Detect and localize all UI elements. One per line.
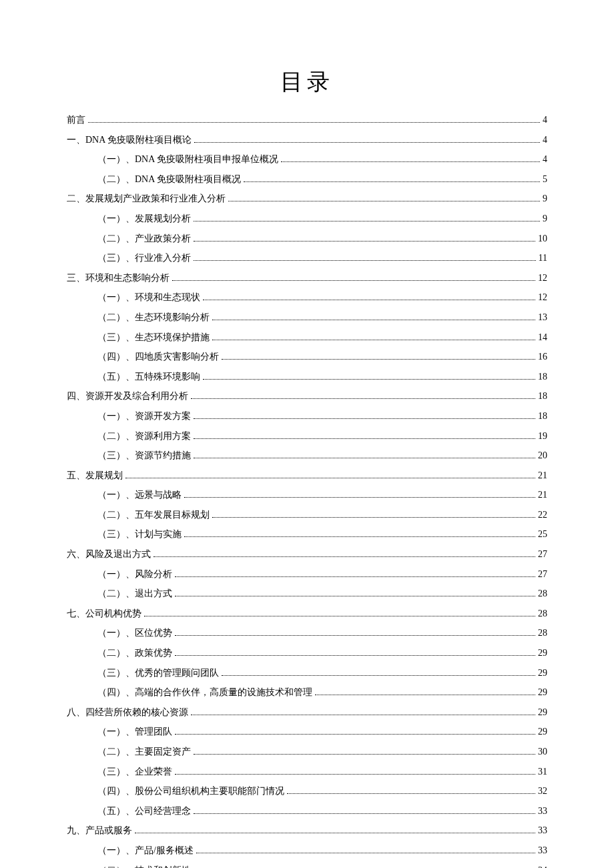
toc-entry: 六、风险及退出方式27 [67, 548, 547, 561]
toc-entry-label: （二）、产业政策分析 [97, 232, 191, 246]
toc-dot-leader [175, 635, 535, 636]
toc-entry-page: 29 [538, 725, 547, 739]
toc-entry: 四、资源开发及综合利用分析18 [67, 390, 547, 403]
toc-dot-leader [287, 793, 535, 794]
toc-entry: （二）、退出方式28 [97, 587, 547, 600]
toc-entry-label: （二）、生态环境影响分析 [97, 311, 210, 324]
toc-entry: 三、环境和生态影响分析12 [67, 272, 547, 285]
toc-entry-page: 14 [538, 331, 547, 344]
toc-dot-leader [191, 398, 535, 399]
toc-entry-page: 33 [538, 824, 547, 837]
toc-dot-leader [228, 201, 540, 201]
toc-entry-label: （三）、计划与实施 [97, 528, 182, 541]
toc-dot-leader [191, 715, 535, 715]
toc-entry: （一）、发展规划分析9 [97, 212, 547, 226]
toc-entry: 一、DNA 免疫吸附柱项目概论4 [67, 133, 547, 147]
toc-entry-page: 11 [539, 252, 547, 265]
toc-entry-page: 10 [538, 232, 547, 246]
page-title: 目录 [67, 67, 547, 97]
toc-entry: （二）、生态环境影响分析13 [97, 311, 547, 324]
toc-entry: （三）、生态环境保护措施14 [97, 331, 547, 344]
toc-dot-leader [135, 833, 535, 833]
toc-entry-label: （三）、企业荣誉 [97, 765, 172, 779]
toc-entry-page: 5 [543, 173, 547, 186]
toc-entry: （五）、公司经营理念33 [97, 805, 547, 818]
toc-entry: 前言4 [67, 113, 547, 127]
toc-entry: （一）、区位优势28 [97, 626, 547, 640]
toc-entry-page: 18 [538, 410, 547, 423]
toc-entry-label: （二）、DNA 免疫吸附柱项目概况 [97, 173, 241, 186]
toc-dot-leader [194, 221, 540, 222]
toc-entry-label: 前言 [67, 113, 85, 127]
toc-entry-label: （一）、发展规划分析 [97, 212, 191, 226]
toc-dot-leader [222, 675, 535, 676]
toc-dot-leader [194, 241, 535, 242]
toc-dot-leader [194, 260, 536, 261]
toc-dot-leader [222, 359, 535, 360]
toc-entry-label: 六、风险及退出方式 [67, 548, 151, 561]
toc-entry-label: 一、DNA 免疫吸附柱项目概论 [67, 133, 192, 147]
toc-entry-label: （三）、优秀的管理顾问团队 [97, 667, 219, 680]
toc-entry-page: 16 [538, 350, 547, 364]
toc-dot-leader [212, 517, 535, 518]
toc-entry: （二）、主要固定资产30 [97, 745, 547, 759]
toc-entry-label: （三）、资源节约措施 [97, 449, 191, 462]
toc-dot-leader [194, 813, 535, 814]
toc-entry-page: 4 [543, 133, 547, 147]
document-page: 目录 前言4一、DNA 免疫吸附柱项目概论4（一）、DNA 免疫吸附柱项目申报单… [0, 0, 614, 868]
toc-entry-label: 七、公司机构优势 [67, 607, 141, 620]
toc-dot-leader [88, 122, 540, 123]
toc-entry-label: （一）、远景与战略 [97, 488, 182, 502]
toc-entry-page: 12 [538, 272, 547, 285]
toc-dot-leader [212, 320, 535, 320]
toc-dot-leader [194, 142, 540, 143]
toc-entry: 五、发展规划21 [67, 469, 547, 482]
toc-entry-page: 28 [538, 626, 547, 640]
toc-entry: （一）、DNA 免疫吸附柱项目申报单位概况4 [97, 153, 547, 166]
toc-entry-page: 21 [538, 469, 547, 482]
toc-entry: （一）、资源开发方案18 [97, 410, 547, 423]
toc-dot-leader [175, 734, 535, 735]
toc-entry-page: 22 [538, 508, 547, 522]
toc-dot-leader [203, 300, 535, 300]
toc-entry: （二）、政策优势29 [97, 646, 547, 660]
toc-entry-page: 33 [538, 805, 547, 818]
toc-entry: （一）、风险分析27 [97, 568, 547, 581]
toc-entry-label: 八、四经营所依赖的核心资源 [67, 706, 188, 719]
toc-entry-label: （五）、五特殊环境影响 [97, 370, 200, 384]
table-of-contents: 前言4一、DNA 免疫吸附柱项目概论4（一）、DNA 免疫吸附柱项目申报单位概况… [67, 113, 547, 868]
toc-dot-leader [194, 458, 535, 458]
toc-entry: （二）、技术和创新性34 [97, 864, 547, 868]
toc-dot-leader [175, 774, 535, 775]
toc-dot-leader [315, 695, 535, 695]
toc-entry: （三）、资源节约措施20 [97, 449, 547, 462]
toc-entry-page: 19 [538, 430, 547, 443]
toc-entry-page: 13 [538, 311, 547, 324]
toc-entry: （一）、管理团队29 [97, 725, 547, 739]
toc-entry: 八、四经营所依赖的核心资源29 [67, 706, 547, 719]
toc-entry-page: 18 [538, 370, 547, 384]
toc-entry-label: （二）、资源利用方案 [97, 430, 191, 443]
toc-entry: （五）、五特殊环境影响18 [97, 370, 547, 384]
toc-entry-label: 四、资源开发及综合利用分析 [67, 390, 188, 403]
toc-dot-leader [281, 161, 540, 162]
toc-entry-page: 27 [538, 548, 547, 561]
toc-entry-page: 29 [538, 646, 547, 660]
toc-entry-label: （二）、政策优势 [97, 646, 172, 660]
toc-dot-leader [244, 181, 540, 182]
toc-entry-page: 20 [538, 449, 547, 462]
toc-entry-label: （二）、主要固定资产 [97, 745, 191, 759]
toc-entry: 七、公司机构优势28 [67, 607, 547, 620]
toc-entry-label: （四）、股份公司组织机构主要职能部门情况 [97, 785, 284, 798]
toc-entry-page: 25 [538, 528, 547, 541]
toc-entry-label: （一）、区位优势 [97, 626, 172, 640]
toc-entry-page: 32 [538, 785, 547, 798]
toc-entry-label: （一）、DNA 免疫吸附柱项目申报单位概况 [97, 153, 278, 166]
toc-entry-page: 9 [543, 212, 547, 226]
toc-entry-label: （四）、高端的合作伙伴，高质量的设施技术和管理 [97, 686, 312, 699]
toc-dot-leader [172, 280, 535, 281]
toc-entry: 九、产品或服务33 [67, 824, 547, 837]
toc-entry-page: 31 [538, 765, 547, 779]
toc-entry: （一）、远景与战略21 [97, 488, 547, 502]
toc-entry-label: （一）、环境和生态现状 [97, 291, 200, 304]
